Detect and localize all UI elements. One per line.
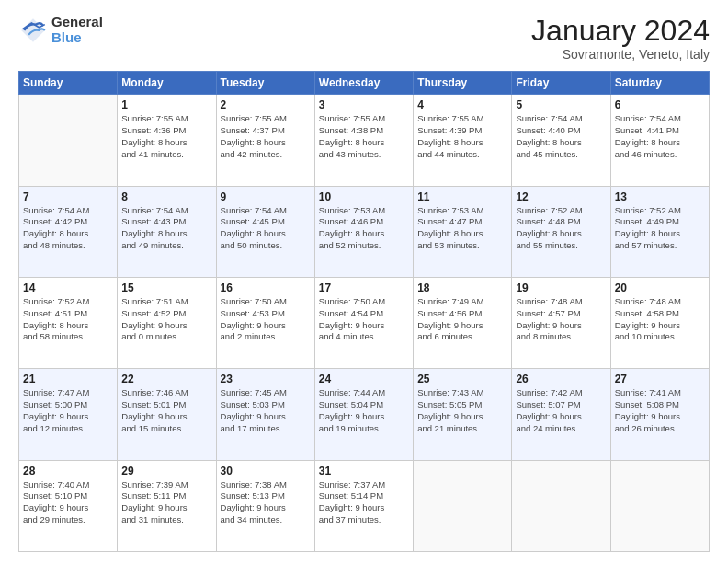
day-cell: 18Sunrise: 7:49 AM Sunset: 4:56 PM Dayli… [414,277,512,368]
day-cell: 29Sunrise: 7:39 AM Sunset: 5:11 PM Dayli… [118,460,216,551]
day-number: 3 [319,98,409,111]
day-info: Sunrise: 7:55 AM Sunset: 4:36 PM Dayligh… [121,113,211,160]
day-number: 24 [319,373,409,385]
day-number: 21 [23,373,113,385]
day-number: 19 [516,282,606,294]
col-header-sunday: Sunday [19,72,118,95]
day-number: 22 [121,373,211,385]
day-cell: 4Sunrise: 7:55 AM Sunset: 4:39 PM Daylig… [414,95,512,186]
week-row-3: 14Sunrise: 7:52 AM Sunset: 4:51 PM Dayli… [19,277,710,368]
logo-general: General [51,15,103,30]
day-cell: 28Sunrise: 7:40 AM Sunset: 5:10 PM Dayli… [19,460,118,551]
day-cell: 27Sunrise: 7:41 AM Sunset: 5:08 PM Dayli… [610,369,709,460]
day-cell: 17Sunrise: 7:50 AM Sunset: 4:54 PM Dayli… [314,277,413,368]
day-number: 29 [121,465,211,477]
day-number: 23 [221,373,311,385]
day-number: 14 [23,282,113,294]
day-info: Sunrise: 7:50 AM Sunset: 4:54 PM Dayligh… [319,296,409,343]
day-number: 8 [121,190,211,203]
day-cell: 21Sunrise: 7:47 AM Sunset: 5:00 PM Dayli… [19,369,118,460]
day-number: 11 [417,190,507,203]
day-info: Sunrise: 7:48 AM Sunset: 4:58 PM Dayligh… [615,296,705,343]
day-cell: 13Sunrise: 7:52 AM Sunset: 4:49 PM Dayli… [610,186,709,277]
day-info: Sunrise: 7:47 AM Sunset: 5:00 PM Dayligh… [23,387,113,434]
day-cell: 1Sunrise: 7:55 AM Sunset: 4:36 PM Daylig… [118,95,216,186]
day-cell: 25Sunrise: 7:43 AM Sunset: 5:05 PM Dayli… [414,369,512,460]
day-info: Sunrise: 7:54 AM Sunset: 4:40 PM Dayligh… [516,113,606,160]
calendar-table: SundayMondayTuesdayWednesdayThursdayFrid… [18,71,710,552]
day-cell: 3Sunrise: 7:55 AM Sunset: 4:38 PM Daylig… [314,95,413,186]
day-number: 18 [417,282,507,294]
week-row-1: 1Sunrise: 7:55 AM Sunset: 4:36 PM Daylig… [19,95,710,186]
page: General Blue January 2024 Sovramonte, Ve… [0,0,728,563]
day-info: Sunrise: 7:55 AM Sunset: 4:37 PM Dayligh… [221,113,311,160]
day-number: 13 [615,190,705,203]
title-block: January 2024 Sovramonte, Veneto, Italy [531,15,710,62]
day-number: 9 [221,190,311,203]
logo-text: General Blue [51,15,103,45]
day-info: Sunrise: 7:45 AM Sunset: 5:03 PM Dayligh… [221,387,311,434]
day-cell: 23Sunrise: 7:45 AM Sunset: 5:03 PM Dayli… [216,369,314,460]
day-cell: 2Sunrise: 7:55 AM Sunset: 4:37 PM Daylig… [216,95,314,186]
day-cell: 10Sunrise: 7:53 AM Sunset: 4:46 PM Dayli… [314,186,413,277]
day-number: 6 [615,98,705,111]
day-cell [610,460,709,551]
day-number: 4 [417,98,507,111]
day-number: 20 [615,282,705,294]
day-number: 27 [615,373,705,385]
day-cell: 15Sunrise: 7:51 AM Sunset: 4:52 PM Dayli… [118,277,216,368]
day-cell: 19Sunrise: 7:48 AM Sunset: 4:57 PM Dayli… [512,277,610,368]
day-cell: 26Sunrise: 7:42 AM Sunset: 5:07 PM Dayli… [512,369,610,460]
week-row-5: 28Sunrise: 7:40 AM Sunset: 5:10 PM Dayli… [19,460,710,551]
day-info: Sunrise: 7:54 AM Sunset: 4:45 PM Dayligh… [221,205,311,252]
day-info: Sunrise: 7:55 AM Sunset: 4:38 PM Dayligh… [319,113,409,160]
day-cell: 20Sunrise: 7:48 AM Sunset: 4:58 PM Dayli… [610,277,709,368]
day-number: 10 [319,190,409,203]
day-cell: 24Sunrise: 7:44 AM Sunset: 5:04 PM Dayli… [314,369,413,460]
day-number: 31 [319,465,409,477]
day-cell [414,460,512,551]
day-info: Sunrise: 7:54 AM Sunset: 4:41 PM Dayligh… [615,113,705,160]
header: General Blue January 2024 Sovramonte, Ve… [18,15,710,62]
day-number: 26 [516,373,606,385]
col-header-tuesday: Tuesday [216,72,314,95]
day-info: Sunrise: 7:46 AM Sunset: 5:01 PM Dayligh… [121,387,211,434]
day-info: Sunrise: 7:38 AM Sunset: 5:13 PM Dayligh… [221,479,311,526]
day-number: 28 [23,465,113,477]
day-number: 7 [23,190,113,203]
day-cell: 11Sunrise: 7:53 AM Sunset: 4:47 PM Dayli… [414,186,512,277]
day-number: 16 [221,282,311,294]
day-info: Sunrise: 7:49 AM Sunset: 4:56 PM Dayligh… [417,296,507,343]
logo: General Blue [18,15,103,45]
day-cell: 14Sunrise: 7:52 AM Sunset: 4:51 PM Dayli… [19,277,118,368]
day-cell [19,95,118,186]
day-info: Sunrise: 7:52 AM Sunset: 4:49 PM Dayligh… [615,205,705,252]
day-number: 1 [121,98,211,111]
day-info: Sunrise: 7:54 AM Sunset: 4:42 PM Dayligh… [23,205,113,252]
day-cell: 31Sunrise: 7:37 AM Sunset: 5:14 PM Dayli… [314,460,413,551]
day-info: Sunrise: 7:53 AM Sunset: 4:47 PM Dayligh… [417,205,507,252]
day-info: Sunrise: 7:39 AM Sunset: 5:11 PM Dayligh… [121,479,211,526]
day-number: 17 [319,282,409,294]
day-cell: 12Sunrise: 7:52 AM Sunset: 4:48 PM Dayli… [512,186,610,277]
day-number: 30 [221,465,311,477]
day-info: Sunrise: 7:41 AM Sunset: 5:08 PM Dayligh… [615,387,705,434]
day-info: Sunrise: 7:54 AM Sunset: 4:43 PM Dayligh… [121,205,211,252]
day-cell: 5Sunrise: 7:54 AM Sunset: 4:40 PM Daylig… [512,95,610,186]
day-cell: 30Sunrise: 7:38 AM Sunset: 5:13 PM Dayli… [216,460,314,551]
day-cell: 7Sunrise: 7:54 AM Sunset: 4:42 PM Daylig… [19,186,118,277]
col-header-monday: Monday [118,72,216,95]
calendar-header-row: SundayMondayTuesdayWednesdayThursdayFrid… [19,72,710,95]
day-cell: 8Sunrise: 7:54 AM Sunset: 4:43 PM Daylig… [118,186,216,277]
day-info: Sunrise: 7:55 AM Sunset: 4:39 PM Dayligh… [417,113,507,160]
day-info: Sunrise: 7:42 AM Sunset: 5:07 PM Dayligh… [516,387,606,434]
day-number: 15 [121,282,211,294]
day-number: 2 [221,98,311,111]
logo-blue: Blue [51,30,103,46]
day-cell: 9Sunrise: 7:54 AM Sunset: 4:45 PM Daylig… [216,186,314,277]
logo-icon [18,16,48,45]
day-info: Sunrise: 7:40 AM Sunset: 5:10 PM Dayligh… [23,479,113,526]
location-subtitle: Sovramonte, Veneto, Italy [531,47,710,62]
col-header-friday: Friday [512,72,610,95]
day-info: Sunrise: 7:43 AM Sunset: 5:05 PM Dayligh… [417,387,507,434]
